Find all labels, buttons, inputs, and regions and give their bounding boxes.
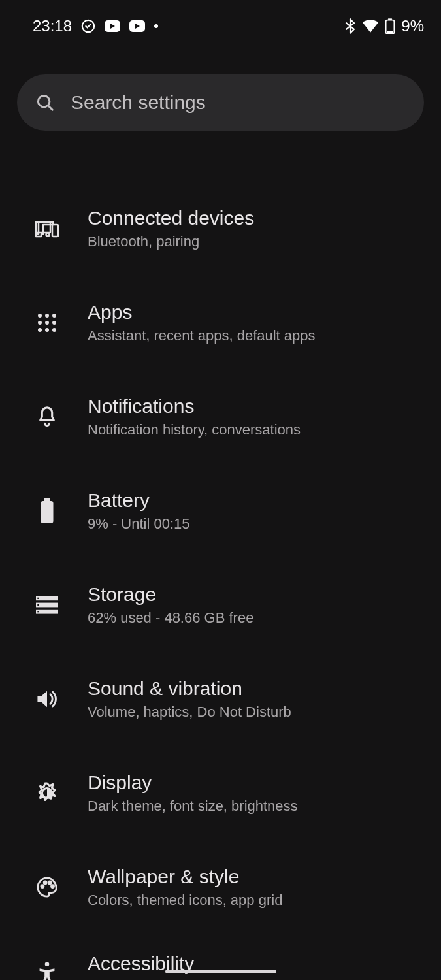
settings-list: Connected devices Bluetooth, pairing App… (0, 182, 441, 980)
svg-point-9 (46, 233, 50, 237)
search-placeholder: Search settings (71, 91, 206, 114)
svg-point-14 (45, 321, 49, 325)
svg-point-13 (38, 321, 42, 325)
volume-icon (31, 683, 63, 715)
item-text: Storage 62% used - 48.66 GB free (88, 583, 253, 627)
item-wallpaper[interactable]: Wallpaper & style Colors, themed icons, … (0, 840, 441, 934)
brightness-icon (31, 777, 63, 809)
svg-point-31 (52, 885, 54, 888)
palette-icon (31, 872, 63, 903)
youtube-icon (105, 20, 120, 32)
apps-grid-icon (31, 307, 63, 338)
svg-point-16 (38, 328, 42, 332)
item-text: Sound & vibration Volume, haptics, Do No… (88, 678, 291, 721)
svg-point-30 (48, 881, 51, 884)
svg-point-12 (52, 314, 56, 318)
svg-point-28 (41, 885, 44, 888)
item-subtitle: Notification history, conversations (88, 421, 301, 438)
svg-rect-25 (37, 604, 39, 606)
svg-rect-23 (36, 610, 58, 614)
item-title: Sound & vibration (88, 678, 291, 700)
search-icon (35, 93, 55, 112)
svg-rect-24 (37, 598, 39, 599)
status-right: 9% (345, 17, 424, 35)
svg-point-10 (38, 314, 42, 318)
search-bar[interactable]: Search settings (17, 74, 424, 131)
item-subtitle: Dark theme, font size, brightness (88, 798, 298, 815)
svg-point-17 (45, 328, 49, 332)
item-apps[interactable]: Apps Assistant, recent apps, default app… (0, 276, 441, 370)
item-subtitle: Assistant, recent apps, default apps (88, 327, 316, 344)
item-text: Notifications Notification history, conv… (88, 395, 301, 438)
item-text: Wallpaper & style Colors, themed icons, … (88, 866, 282, 909)
svg-rect-26 (37, 611, 39, 612)
youtube-icon (129, 20, 145, 32)
devices-icon (31, 213, 63, 244)
svg-point-32 (45, 962, 50, 967)
item-sound[interactable]: Sound & vibration Volume, haptics, Do No… (0, 652, 441, 746)
item-storage[interactable]: Storage 62% used - 48.66 GB free (0, 558, 441, 652)
item-title: Notifications (88, 395, 301, 417)
item-battery[interactable]: Battery 9% - Until 00:15 (0, 464, 441, 558)
checkmark-circle-icon (81, 19, 95, 33)
svg-rect-21 (36, 596, 58, 600)
nav-handle[interactable] (165, 970, 276, 973)
item-text: Apps Assistant, recent apps, default app… (88, 301, 316, 344)
item-text: Display Dark theme, font size, brightnes… (88, 772, 298, 815)
svg-rect-20 (41, 501, 54, 523)
item-text: Connected devices Bluetooth, pairing (88, 207, 254, 250)
overflow-dot-icon (154, 24, 158, 28)
bell-icon (31, 401, 63, 433)
item-title: Storage (88, 583, 253, 606)
item-subtitle: 62% used - 48.66 GB free (88, 610, 253, 627)
item-title: Wallpaper & style (88, 866, 282, 888)
item-connected-devices[interactable]: Connected devices Bluetooth, pairing (0, 182, 441, 276)
battery-icon (31, 495, 63, 527)
svg-point-29 (44, 881, 46, 884)
svg-point-15 (52, 321, 56, 325)
wifi-icon (362, 20, 379, 33)
status-bar: 23:18 (0, 7, 441, 46)
svg-rect-19 (44, 498, 50, 501)
svg-rect-8 (52, 225, 58, 237)
svg-point-18 (52, 328, 56, 332)
status-left: 23:18 (33, 17, 158, 35)
item-notifications[interactable]: Notifications Notification history, conv… (0, 370, 441, 464)
item-text: Accessibility Display, interaction, audi… (88, 953, 251, 980)
item-subtitle: Bluetooth, pairing (88, 233, 254, 250)
item-subtitle: Volume, haptics, Do Not Disturb (88, 704, 291, 721)
bluetooth-icon (345, 18, 355, 34)
status-battery-text: 9% (401, 17, 424, 35)
item-subtitle: 9% - Until 00:15 (88, 515, 190, 532)
item-subtitle: Colors, themed icons, app grid (88, 892, 282, 909)
item-text: Battery 9% - Until 00:15 (88, 489, 190, 532)
accessibility-icon (31, 958, 63, 980)
svg-rect-22 (36, 603, 58, 608)
svg-rect-5 (387, 31, 393, 33)
svg-point-11 (45, 314, 49, 318)
item-title: Apps (88, 301, 316, 323)
item-display[interactable]: Display Dark theme, font size, brightnes… (0, 746, 441, 840)
item-title: Battery (88, 489, 190, 512)
battery-icon (385, 18, 395, 34)
item-title: Display (88, 772, 298, 794)
item-title: Connected devices (88, 207, 254, 229)
status-time: 23:18 (33, 17, 72, 35)
storage-icon (31, 589, 63, 621)
